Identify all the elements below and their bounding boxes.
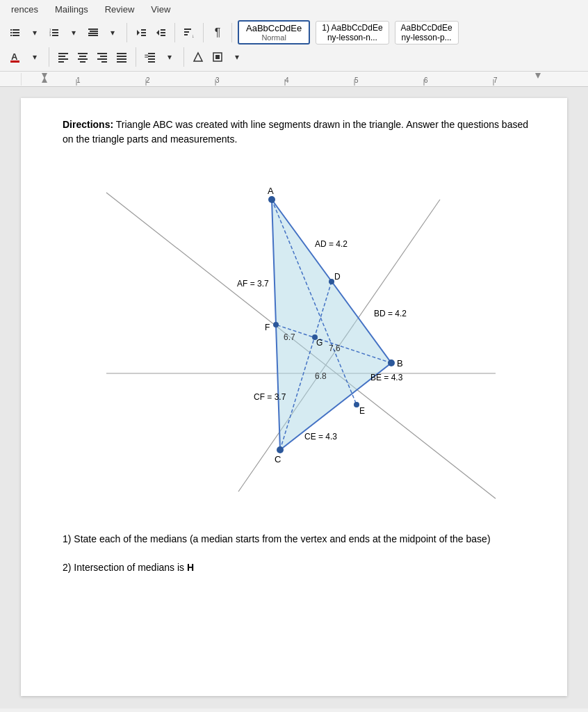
svg-rect-23 (161, 35, 165, 36)
style-option2-label: AaBbCcDdEe (401, 23, 452, 33)
svg-text:2: 2 (146, 76, 150, 84)
style-option1-box[interactable]: 1) AaBbCcDdEe ny-lesson-n... (316, 21, 389, 44)
svg-marker-20 (156, 30, 159, 35)
svg-rect-24 (184, 29, 191, 30)
list-dropdown-button[interactable]: ▾ (26, 24, 43, 41)
label-B: B (397, 358, 403, 369)
label-CF: CF = 3.7 (254, 392, 286, 402)
svg-rect-41 (101, 61, 107, 63)
svg-rect-29 (10, 60, 19, 63)
document-area: Directions: Triangle ABC was created wit… (0, 87, 588, 709)
font-color-dropdown[interactable]: ▾ (26, 49, 43, 65)
label-67: 6.7 (284, 332, 295, 342)
svg-rect-30 (58, 53, 68, 54)
label-68: 6.8 (315, 371, 327, 381)
svg-marker-57 (535, 73, 541, 79)
svg-rect-19 (141, 35, 146, 36)
label-C: C (275, 454, 281, 464)
numbered-list-dropdown[interactable]: ▾ (65, 24, 82, 41)
svg-rect-47 (148, 56, 155, 57)
align-left-button[interactable] (55, 49, 72, 65)
border-dropdown[interactable]: ▾ (229, 49, 245, 65)
svg-rect-9 (52, 32, 58, 33)
svg-rect-4 (10, 35, 12, 36)
label-BD: BD = 4.2 (374, 309, 407, 318)
multilevel-list-button[interactable] (85, 24, 101, 41)
shading-button[interactable] (190, 49, 206, 65)
menu-review[interactable]: Review (102, 3, 138, 16)
svg-point-83 (354, 402, 359, 407)
questions-section: 1) State each of the medians (a median s… (63, 531, 539, 576)
svg-text:3: 3 (215, 76, 220, 84)
menu-rences[interactable]: rences (8, 3, 41, 16)
svg-rect-35 (79, 56, 86, 57)
svg-rect-1 (13, 29, 19, 31)
separator-1 (126, 23, 127, 42)
label-AF: AF = 3.7 (237, 279, 269, 289)
svg-rect-26 (184, 34, 188, 35)
directions-paragraph: Directions: Triangle ABC was created wit… (63, 118, 539, 147)
style-current-label: AaBbCcDdEe (246, 23, 302, 33)
svg-marker-16 (137, 30, 140, 35)
svg-rect-42 (117, 53, 126, 54)
toolbar: rences Mailings Review View ▾ 123 ▾ ▾ ↓ (0, 0, 588, 72)
menu-mailings[interactable]: Mailings (52, 3, 91, 16)
directions-bold: Directions: (63, 119, 113, 130)
svg-rect-7 (52, 29, 58, 31)
font-color-button[interactable]: A (7, 49, 24, 65)
svg-point-79 (268, 196, 275, 203)
svg-rect-34 (78, 53, 88, 54)
svg-rect-53 (215, 55, 220, 59)
svg-text:1: 1 (76, 76, 81, 84)
label-G: G (316, 338, 322, 348)
multilevel-dropdown[interactable]: ▾ (104, 24, 121, 41)
numbered-list-button[interactable]: 123 (46, 24, 63, 41)
justify-button[interactable] (113, 49, 130, 65)
svg-text:6: 6 (424, 76, 428, 84)
svg-rect-18 (141, 32, 146, 33)
svg-rect-36 (78, 58, 88, 60)
line-spacing-button[interactable]: ≡ (142, 49, 158, 65)
align-center-button[interactable] (74, 49, 91, 65)
svg-rect-32 (58, 58, 68, 60)
separator-3 (203, 23, 204, 42)
svg-text:≡: ≡ (145, 52, 149, 60)
directions-body: Triangle ABC was created with line segme… (63, 119, 528, 145)
style-option2-sub: ny-lesson-p... (401, 33, 452, 42)
increase-indent-button[interactable] (152, 24, 169, 41)
svg-rect-0 (10, 29, 12, 31)
align-right-button[interactable] (94, 49, 111, 65)
svg-rect-13 (90, 31, 98, 32)
menu-bar: rences Mailings Review View (3, 1, 585, 19)
decrease-indent-button[interactable] (133, 24, 149, 41)
svg-point-82 (329, 279, 334, 284)
svg-rect-22 (161, 32, 165, 33)
separator-5 (49, 47, 49, 67)
style-option2-box[interactable]: AaBbCcDdEe ny-lesson-p... (395, 21, 459, 44)
svg-marker-75 (272, 200, 391, 450)
svg-rect-14 (88, 33, 98, 34)
svg-rect-15 (88, 35, 98, 36)
menu-view[interactable]: View (148, 3, 173, 16)
label-BE: BE = 4.3 (370, 373, 403, 382)
line-spacing-dropdown[interactable]: ▾ (161, 49, 178, 65)
question-2-text: Intersection of medians is (74, 562, 187, 573)
border-button[interactable] (209, 49, 226, 65)
document-page: Directions: Triangle ABC was created wit… (21, 98, 567, 696)
sort-button[interactable]: ↓ (181, 24, 197, 41)
svg-rect-21 (161, 29, 165, 31)
label-AD: AD = 4.2 (315, 239, 348, 249)
label-D: D (334, 272, 341, 282)
separator-2 (174, 23, 175, 42)
svg-rect-25 (184, 31, 189, 33)
bullet-list-button[interactable] (7, 24, 24, 41)
style-current-box[interactable]: AaBbCcDdEe Normal (238, 20, 310, 44)
svg-rect-48 (148, 58, 155, 60)
svg-rect-49 (148, 61, 155, 63)
svg-marker-56 (42, 77, 47, 83)
svg-text:3: 3 (49, 33, 51, 37)
svg-rect-2 (10, 32, 12, 33)
paragraph-mark-button[interactable]: ¶ (209, 24, 226, 41)
svg-rect-40 (97, 58, 107, 60)
style-current-sub: Normal (246, 33, 302, 42)
